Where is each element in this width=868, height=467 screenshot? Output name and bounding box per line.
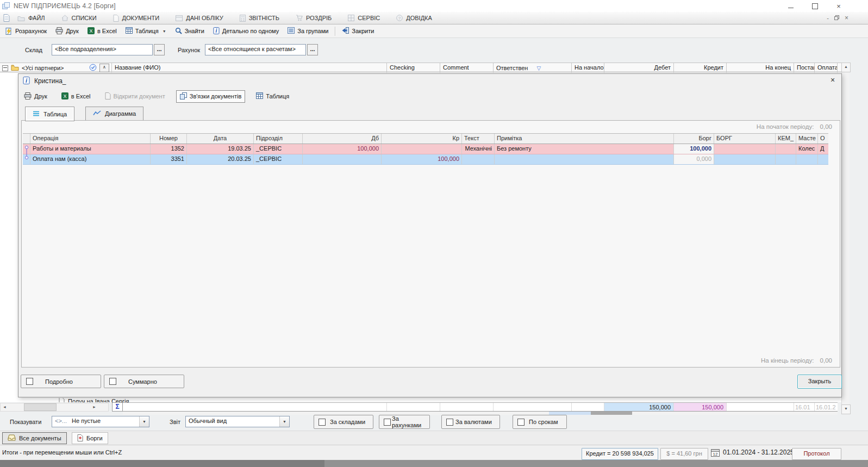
maximize-button[interactable]: [803, 0, 827, 12]
menu-reports[interactable]: ЗВІТНІСТЬ: [240, 15, 279, 22]
dialog-document-links-button[interactable]: Зв'язки документів: [176, 90, 246, 103]
grid-row-payment[interactable]: Оплата нам (касса) 3351 20.03.25 _СЕРВІС…: [23, 154, 828, 165]
scroll-left-icon[interactable]: ◄: [1, 403, 9, 411]
by-currencies-checkbox[interactable]: За валютами: [441, 415, 500, 429]
sum-button[interactable]: Σ: [112, 402, 123, 412]
column-header-name[interactable]: Название (ФИО): [112, 63, 387, 73]
by-groups-button[interactable]: За групами: [283, 26, 333, 36]
column-header-supplier[interactable]: Постав: [794, 63, 815, 73]
tab-table[interactable]: Таблица: [25, 107, 74, 121]
chevron-down-icon[interactable]: ▼: [279, 416, 289, 427]
col-operation[interactable]: Операція: [30, 134, 151, 144]
vertical-scrollbar[interactable]: [841, 63, 850, 413]
tree-horizontal-scrollbar[interactable]: ◄ ►: [0, 403, 109, 412]
by-accounts-checkbox[interactable]: За рахунками: [379, 415, 430, 429]
chevron-down-icon[interactable]: ▼: [139, 416, 149, 427]
copy-pages-icon: [180, 92, 187, 101]
menu-help[interactable]: ? ДОВІДКА: [396, 15, 432, 21]
close-icon[interactable]: ×: [827, 0, 851, 12]
cell-date: 20.03.25: [187, 154, 254, 164]
menu-accounting-data[interactable]: ДАНІ ОБЛІКУ: [176, 15, 223, 21]
table-button[interactable]: Таблиця ▼: [121, 26, 171, 36]
printer-icon: [55, 27, 63, 35]
minimize-button[interactable]: [779, 0, 803, 12]
col-number[interactable]: Номер: [151, 134, 187, 144]
col-debit[interactable]: Дб: [303, 134, 382, 144]
column-header-credit[interactable]: Кредит: [674, 63, 727, 73]
report-combo[interactable]: Обычный вид ▼: [185, 416, 290, 427]
background-partner-row[interactable]: Получ на Івана Сергія: [59, 398, 184, 402]
warehouse-combo[interactable]: <Все подразделения>: [52, 44, 153, 55]
collapse-up-icon[interactable]: ∧: [99, 64, 109, 72]
detail-one-button[interactable]: i Детально по одному: [209, 26, 283, 36]
scrollbar-thumb[interactable]: [24, 403, 57, 411]
error-log-button[interactable]: Протокол ошибок: [792, 448, 841, 460]
menu-service[interactable]: СЕРВІС: [348, 15, 380, 21]
tree-root-label[interactable]: <Усі партнери>: [22, 65, 86, 71]
close-view-button[interactable]: Закрити: [338, 26, 378, 36]
partners-tree-header[interactable]: <Усі партнери> ∧: [0, 63, 112, 73]
excel-button[interactable]: X в Excel: [83, 26, 121, 36]
calculate-button[interactable]: Розрахунок: [1, 27, 51, 36]
grid-row-works[interactable]: Работы и материалы 1352 19.03.25 _СЕРВІС…: [23, 144, 828, 154]
report-label: Звіт: [170, 419, 180, 425]
show-combo[interactable]: <>... Не пустые ▼: [52, 416, 149, 427]
account-combo[interactable]: <Все относящиеся к расчетам>: [205, 44, 306, 55]
menu-retail[interactable]: РОЗДРІБ: [296, 15, 332, 21]
column-header-closing[interactable]: На конец: [727, 63, 794, 73]
by-terms-checkbox[interactable]: По срокам: [513, 415, 567, 429]
mdi-close-icon[interactable]: ×: [845, 14, 848, 22]
menu-lists[interactable]: СПИСКИ: [61, 15, 97, 21]
tab-debts[interactable]: Борги: [72, 432, 108, 444]
window-title: NEW ПІДПРИЄМЕЦЬ 4.2 [Борги]: [14, 2, 116, 10]
menu-documents[interactable]: ДОКУМЕНТИ: [113, 15, 160, 22]
scrollbar-thumb[interactable]: [591, 412, 632, 415]
dialog-close-icon[interactable]: ×: [828, 76, 837, 85]
dialog-excel-button[interactable]: X в Excel: [58, 91, 94, 102]
button-label: Закрити: [352, 28, 374, 34]
chevron-down-icon[interactable]: ▼: [163, 29, 166, 33]
col-o[interactable]: О: [818, 134, 828, 144]
warehouse-browse-button[interactable]: ...: [154, 44, 165, 55]
cell-note: [495, 154, 674, 164]
detail-checkbox[interactable]: Подробно: [21, 375, 101, 388]
col-debt2[interactable]: БОРГ: [714, 134, 776, 144]
scroll-up-icon[interactable]: ▲: [841, 63, 851, 72]
col-credit[interactable]: Кр: [382, 134, 462, 144]
column-header-debit[interactable]: Дебет: [604, 63, 674, 73]
tab-chart[interactable]: Диаграмма: [85, 107, 143, 121]
menu-file[interactable]: ФАЙЛ: [17, 15, 45, 21]
calendar-icon[interactable]: 12: [711, 449, 720, 458]
dialog-table-button[interactable]: Таблиця: [253, 91, 292, 102]
mdi-restore-icon[interactable]: [834, 15, 839, 21]
column-header-comment[interactable]: Comment: [440, 63, 494, 73]
check-circle-icon[interactable]: [89, 64, 97, 72]
dialog-close-button[interactable]: Закрыть: [797, 375, 842, 389]
col-text[interactable]: Текст: [462, 134, 495, 144]
col-debt[interactable]: Борг: [674, 134, 714, 144]
report-period[interactable]: 01.01.2024 - 31.12.2025: [723, 445, 794, 460]
col-master[interactable]: Масте: [796, 134, 818, 144]
scroll-right-icon[interactable]: ►: [90, 403, 98, 411]
by-warehouses-checkbox[interactable]: За складами: [314, 415, 373, 429]
mdi-minimize-icon[interactable]: ‐: [827, 15, 829, 21]
account-browse-button[interactable]: ...: [307, 44, 318, 55]
tab-all-documents[interactable]: Все документы: [2, 432, 67, 444]
dialog-print-button[interactable]: Друк: [21, 91, 51, 102]
col-note[interactable]: Примітка: [495, 134, 674, 144]
column-header-payment[interactable]: Оплата: [815, 63, 838, 73]
filter-icon[interactable]: ▽: [536, 65, 541, 71]
column-header-checking[interactable]: Checking: [387, 63, 440, 73]
summary-checkbox[interactable]: Суммарно: [104, 375, 184, 388]
scroll-down-icon[interactable]: ▼: [841, 404, 851, 414]
column-header-opening[interactable]: На начало: [572, 63, 604, 73]
col-kem[interactable]: КЕМ_: [776, 134, 796, 144]
print-button[interactable]: Друк: [51, 26, 83, 36]
col-date[interactable]: Дата: [187, 134, 254, 144]
tree-collapse-icon[interactable]: [2, 65, 8, 71]
checkbox-label: За складами: [330, 419, 365, 425]
find-button[interactable]: Знайти: [171, 26, 209, 36]
document-icon[interactable]: [3, 14, 10, 22]
col-division[interactable]: Підрозділ: [254, 134, 303, 144]
column-header-responsible[interactable]: Ответствен ▽: [494, 63, 572, 73]
